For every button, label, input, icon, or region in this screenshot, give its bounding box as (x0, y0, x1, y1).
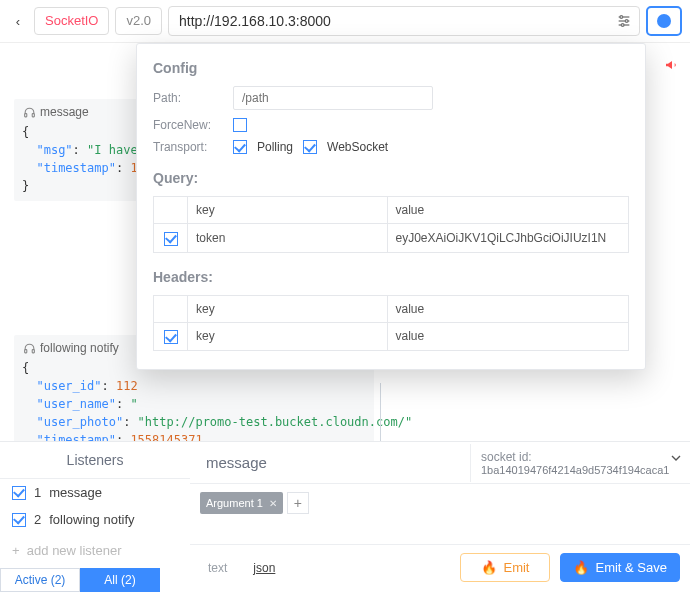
fire-icon: 🔥 (481, 560, 497, 575)
url-input-wrap (168, 6, 640, 36)
chevron-down-icon[interactable] (668, 450, 684, 469)
socket-id-value: 1ba14019476f4214a9d5734f194caca1 (481, 464, 680, 476)
query-table: key value token eyJ0eXAiOiJKV1QiLCJhbGci… (153, 196, 629, 253)
argument-chip[interactable]: Argument 1 ✕ (200, 492, 283, 514)
listener-item[interactable]: 1 message (0, 479, 190, 506)
listeners-pane: Listeners 1 message 2 following notify +… (0, 441, 190, 592)
headers-key-cell[interactable]: key (188, 322, 388, 351)
query-key-cell[interactable]: token (188, 224, 388, 253)
col-value: value (387, 197, 629, 224)
listener-count: 2 (34, 512, 41, 527)
svg-point-3 (620, 16, 623, 19)
mode-json[interactable]: json (245, 559, 283, 577)
url-input[interactable] (175, 9, 615, 33)
listener-label: following notify (49, 512, 134, 527)
message-event-name: following notify (40, 341, 119, 355)
headphones-icon (22, 105, 36, 119)
socket-id-box[interactable]: socket id: 1ba14019476f4214a9d5734f194ca… (470, 444, 690, 482)
listener-count: 1 (34, 485, 41, 500)
table-header-row: key value (154, 197, 629, 224)
argument-label: Argument 1 (206, 497, 263, 509)
svg-rect-8 (24, 349, 26, 352)
emit-button-label: Emit (503, 560, 529, 575)
path-label: Path: (153, 91, 223, 105)
add-argument-button[interactable]: + (287, 492, 309, 514)
forcenew-checkbox[interactable] (233, 118, 247, 132)
back-button[interactable]: ‹ (8, 10, 28, 33)
tab-active[interactable]: Active (2) (0, 568, 80, 592)
forcenew-label: ForceNew: (153, 118, 223, 132)
listener-label: message (49, 485, 102, 500)
query-value-cell[interactable]: eyJ0eXAiOiJKV1QiLCJhbGciOiJIUzI1N (387, 224, 629, 253)
add-listener-input[interactable]: + add new listener (0, 533, 190, 568)
config-heading: Config (153, 60, 629, 76)
table-row[interactable]: token eyJ0eXAiOiJKV1QiLCJhbGciOiJIUzI1N (154, 224, 629, 253)
listener-checkbox[interactable] (12, 486, 26, 500)
emit-pane: message socket id: 1ba14019476f4214a9d57… (190, 441, 690, 592)
version-select[interactable]: v2.0 (115, 7, 162, 35)
polling-label: Polling (257, 140, 293, 154)
emit-button[interactable]: 🔥 Emit (460, 553, 550, 582)
plus-icon: + (12, 543, 20, 558)
svg-point-4 (625, 20, 628, 23)
svg-rect-9 (32, 349, 34, 352)
svg-point-5 (621, 24, 624, 27)
emit-event-input[interactable]: message (190, 442, 470, 483)
col-value: value (387, 295, 629, 322)
fire-icon: 🔥 (573, 560, 589, 575)
tab-all[interactable]: All (2) (80, 568, 160, 592)
listeners-heading: Listeners (0, 442, 190, 479)
sliders-icon[interactable] (615, 12, 633, 30)
socket-id-label: socket id: (481, 450, 680, 464)
headers-heading: Headers: (153, 269, 629, 285)
status-dot-icon (657, 14, 671, 28)
websocket-checkbox[interactable] (303, 140, 317, 154)
table-header-row: key value (154, 295, 629, 322)
svg-rect-7 (32, 113, 34, 116)
col-key: key (188, 197, 388, 224)
query-heading: Query: (153, 170, 629, 186)
listener-checkbox[interactable] (12, 513, 26, 527)
headers-table: key value key value (153, 295, 629, 352)
row-enable-checkbox[interactable] (164, 330, 178, 344)
transport-label: Transport: (153, 140, 223, 154)
headphones-icon (22, 341, 36, 355)
websocket-label: WebSocket (327, 140, 388, 154)
mode-text[interactable]: text (200, 559, 235, 577)
listener-item[interactable]: 2 following notify (0, 506, 190, 533)
protocol-chip[interactable]: SocketIO (34, 7, 109, 35)
emit-save-button[interactable]: 🔥 Emit & Save (560, 553, 680, 582)
connect-toggle[interactable] (646, 6, 682, 36)
headers-value-cell[interactable]: value (387, 322, 629, 351)
config-panel: Config Path: ForceNew: Transport: Pollin… (136, 43, 646, 370)
svg-rect-6 (24, 113, 26, 116)
emit-save-button-label: Emit & Save (595, 560, 667, 575)
close-icon[interactable]: ✕ (269, 498, 277, 509)
row-enable-checkbox[interactable] (164, 232, 178, 246)
path-input[interactable] (233, 86, 433, 110)
col-key: key (188, 295, 388, 322)
announce-icon[interactable] (658, 54, 680, 76)
table-row[interactable]: key value (154, 322, 629, 351)
polling-checkbox[interactable] (233, 140, 247, 154)
add-listener-placeholder: add new listener (27, 543, 122, 558)
message-event-name: message (40, 105, 89, 119)
